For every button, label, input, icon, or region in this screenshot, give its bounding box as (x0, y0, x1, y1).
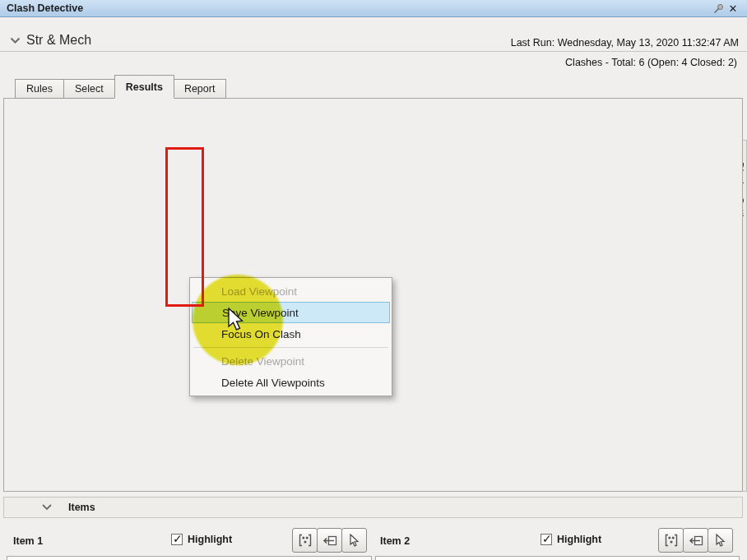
group-icon (298, 534, 313, 547)
tab-strip: Rules Select Results Report (15, 75, 226, 99)
item1-select-button[interactable] (341, 528, 367, 553)
item1-highlight-checkbox[interactable]: Highlight (171, 534, 232, 545)
menu-item-delete-all-viewpoints[interactable]: Delete All Viewpoints (192, 372, 390, 393)
item2-group-button[interactable] (658, 528, 684, 553)
cursor-icon (715, 534, 726, 547)
menu-item-focus-on-clash[interactable]: Focus On Clash (192, 323, 390, 345)
item2-highlight-checkbox[interactable]: Highlight (541, 534, 601, 545)
tab-report[interactable]: Report (174, 79, 227, 99)
collapse-test-chevron-icon[interactable] (10, 37, 21, 44)
clash-detective-panel: Clash Detective ✕ Str & Mech Last Run: W… (0, 0, 747, 560)
close-icon[interactable]: ✕ (726, 2, 740, 15)
item2-details-panel (375, 556, 740, 560)
checkbox-icon[interactable] (171, 534, 183, 545)
checkbox-icon[interactable] (541, 534, 552, 545)
item1-icon-buttons (292, 528, 366, 553)
titlebar[interactable]: Clash Detective ✕ (0, 0, 747, 17)
menu-item-delete-viewpoint: Delete Viewpoint (192, 350, 390, 372)
arrow-into-box-icon (322, 535, 337, 546)
collapse-items-chevron-icon[interactable] (42, 504, 52, 511)
items-bar[interactable]: Items (3, 497, 743, 518)
viewpoint-context-menu: Load ViewpointSave ViewpointFocus On Cla… (189, 277, 392, 396)
group-icon (664, 534, 679, 547)
window-title: Clash Detective (7, 2, 83, 14)
divider (0, 51, 747, 52)
item2-icon-buttons (658, 528, 732, 553)
last-run-value: Wednesday, May 13, 2020 11:32:47 AM (558, 37, 739, 49)
menu-separator (193, 347, 388, 348)
last-run-label: Last Run: (511, 37, 555, 49)
item2-select-button[interactable] (708, 528, 733, 553)
items-label: Items (68, 502, 95, 513)
tab-select[interactable]: Select (64, 79, 115, 99)
tab-results[interactable]: Results (114, 75, 174, 99)
cursor-icon (349, 534, 360, 547)
menu-item-load-viewpoint: Load Viewpoint (192, 280, 390, 302)
tab-rules[interactable]: Rules (15, 79, 64, 99)
menu-item-save-viewpoint[interactable]: Save Viewpoint (192, 302, 390, 323)
item1-select-in-scene-button[interactable] (317, 528, 342, 553)
item1-label: Item 1 (13, 535, 43, 547)
item2-label: Item 2 (380, 535, 410, 547)
item1-group-button[interactable] (292, 528, 318, 553)
arrow-into-box-icon (689, 535, 703, 546)
test-name: Str & Mech (26, 33, 91, 48)
pin-icon[interactable] (711, 2, 726, 15)
clashes-summary: Clashes - Total: 6 (Open: 4 Closed: 2) (565, 57, 737, 68)
item1-details-panel (7, 556, 372, 560)
item2-select-in-scene-button[interactable] (683, 528, 708, 553)
